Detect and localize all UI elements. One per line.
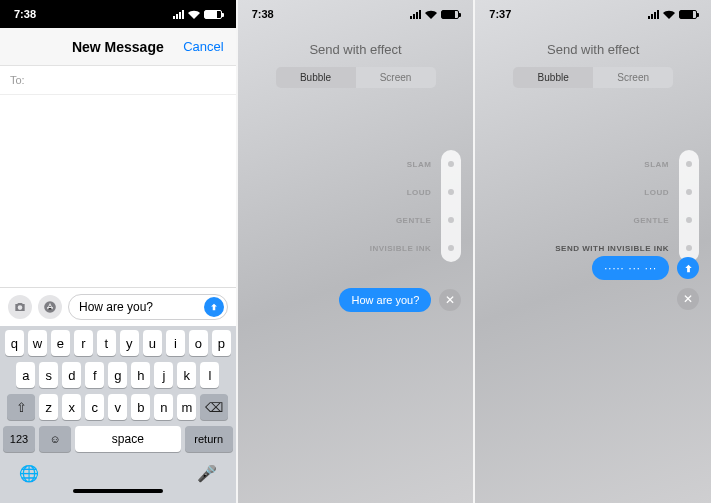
effect-loud[interactable]: LOUD: [407, 188, 432, 197]
key-i[interactable]: i: [166, 330, 185, 356]
key-o[interactable]: o: [189, 330, 208, 356]
key-m[interactable]: m: [177, 394, 196, 420]
key-s[interactable]: s: [39, 362, 58, 388]
camera-button[interactable]: [8, 295, 32, 319]
shift-key[interactable]: ⇧: [7, 394, 35, 420]
keyboard-footer: 🌐 🎤: [3, 458, 233, 483]
key-z[interactable]: z: [39, 394, 58, 420]
globe-icon[interactable]: 🌐: [19, 464, 39, 483]
apps-button[interactable]: [38, 295, 62, 319]
keyboard-row-2: asdfghjkl: [3, 362, 233, 388]
key-c[interactable]: c: [85, 394, 104, 420]
key-a[interactable]: a: [16, 362, 35, 388]
key-b[interactable]: b: [131, 394, 150, 420]
key-t[interactable]: t: [97, 330, 116, 356]
keyboard: qwertyuiop asdfghjkl ⇧ zxcvbnm ⌫ 123 ☺ s…: [0, 326, 236, 503]
key-n[interactable]: n: [154, 394, 173, 420]
effect-slam[interactable]: SLAM: [407, 160, 432, 169]
effect-loud[interactable]: LOUD: [644, 188, 669, 197]
key-h[interactable]: h: [131, 362, 150, 388]
key-r[interactable]: r: [74, 330, 93, 356]
arrow-up-icon: [683, 263, 694, 274]
tab-bubble[interactable]: Bubble: [276, 67, 356, 88]
emoji-key[interactable]: ☺: [39, 426, 71, 452]
appstore-icon: [43, 300, 57, 314]
arrow-up-icon: [209, 302, 219, 312]
message-bubble-row: ····· ··· ···: [592, 256, 699, 280]
close-button[interactable]: ✕: [677, 288, 699, 310]
key-x[interactable]: x: [62, 394, 81, 420]
backspace-key[interactable]: ⌫: [200, 394, 228, 420]
status-bar: 7:38: [238, 0, 474, 28]
key-d[interactable]: d: [62, 362, 81, 388]
camera-icon: [13, 300, 27, 314]
signal-icon: [648, 10, 659, 19]
key-f[interactable]: f: [85, 362, 104, 388]
home-indicator[interactable]: [73, 489, 163, 493]
effect-dot[interactable]: [686, 217, 692, 223]
mic-icon[interactable]: 🎤: [197, 464, 217, 483]
key-e[interactable]: e: [51, 330, 70, 356]
numbers-key[interactable]: 123: [3, 426, 35, 452]
effect-slam[interactable]: SLAM: [644, 160, 669, 169]
key-u[interactable]: u: [143, 330, 162, 356]
wifi-icon: [425, 10, 437, 19]
effect-segment: Bubble Screen: [276, 67, 436, 88]
key-v[interactable]: v: [108, 394, 127, 420]
status-time: 7:38: [252, 8, 274, 20]
effect-dot[interactable]: [448, 245, 454, 251]
effect-list: SLAM LOUD GENTLE INVISIBLE INK: [291, 150, 461, 262]
status-bar: 7:38: [0, 0, 236, 28]
close-button[interactable]: ✕: [439, 289, 461, 311]
status-time: 7:37: [489, 8, 511, 20]
key-q[interactable]: q: [5, 330, 24, 356]
tab-screen[interactable]: Screen: [593, 67, 673, 88]
battery-icon: [204, 10, 222, 19]
key-l[interactable]: l: [200, 362, 219, 388]
key-p[interactable]: p: [212, 330, 231, 356]
status-right: [173, 10, 222, 19]
cancel-button[interactable]: Cancel: [183, 39, 223, 54]
signal-icon: [173, 10, 184, 19]
tab-screen[interactable]: Screen: [356, 67, 436, 88]
effect-title: Send with effect: [475, 28, 711, 67]
message-input[interactable]: How are you?: [68, 294, 228, 320]
effect-background: 7:38 Send with effect Bubble Screen SLAM…: [238, 0, 474, 503]
send-effect-button[interactable]: [677, 257, 699, 279]
keyboard-row-1: qwertyuiop: [3, 330, 233, 356]
effect-gentle[interactable]: GENTLE: [396, 216, 431, 225]
key-g[interactable]: g: [108, 362, 127, 388]
key-k[interactable]: k: [177, 362, 196, 388]
battery-icon: [679, 10, 697, 19]
effect-invisible[interactable]: SEND WITH INVISIBLE INK: [555, 244, 669, 253]
effect-invisible[interactable]: INVISIBLE INK: [370, 244, 432, 253]
message-text: How are you?: [79, 300, 204, 314]
nav-bar: New Message Cancel: [0, 28, 236, 66]
signal-icon: [410, 10, 421, 19]
effect-dot[interactable]: [686, 245, 692, 251]
effect-gentle[interactable]: GENTLE: [634, 216, 669, 225]
effect-dot[interactable]: [448, 161, 454, 167]
key-y[interactable]: y: [120, 330, 139, 356]
tab-bubble[interactable]: Bubble: [513, 67, 593, 88]
effect-dot[interactable]: [686, 189, 692, 195]
message-bubble-row: How are you? ✕: [339, 288, 461, 312]
key-j[interactable]: j: [154, 362, 173, 388]
effect-list: SLAM LOUD GENTLE SEND WITH INVISIBLE INK: [529, 150, 699, 262]
space-key[interactable]: space: [75, 426, 181, 452]
send-button[interactable]: [204, 297, 224, 317]
effect-dot[interactable]: [448, 217, 454, 223]
effect-segment: Bubble Screen: [513, 67, 673, 88]
screen-new-message: 7:38 New Message Cancel To: How are you?…: [0, 0, 236, 503]
message-bubble: How are you?: [339, 288, 431, 312]
effect-dot[interactable]: [448, 189, 454, 195]
status-bar: 7:37: [475, 0, 711, 28]
message-bubble-invisible: ····· ··· ···: [592, 256, 669, 280]
return-key[interactable]: return: [185, 426, 233, 452]
to-field[interactable]: To:: [0, 66, 236, 95]
key-w[interactable]: w: [28, 330, 47, 356]
effect-dot[interactable]: [686, 161, 692, 167]
close-row: ✕: [677, 288, 699, 310]
wifi-icon: [188, 10, 200, 19]
page-title: New Message: [72, 39, 164, 55]
